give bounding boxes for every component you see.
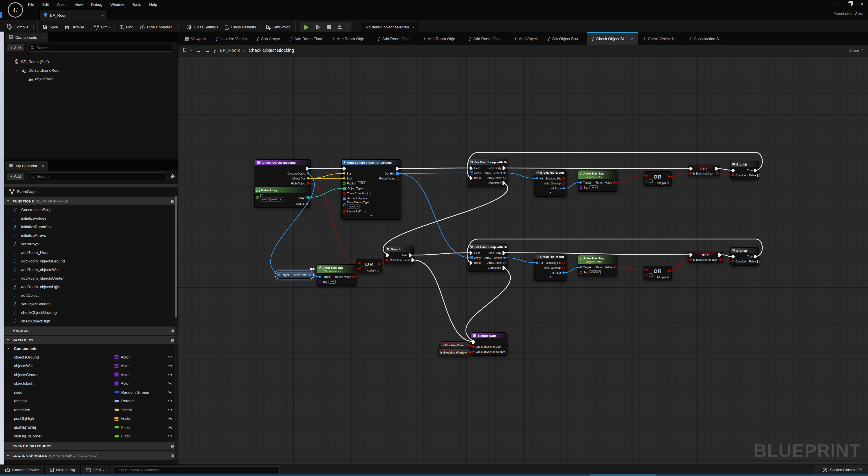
parent-class-link[interactable]: Actor	[855, 12, 864, 16]
scrollbar[interactable]	[175, 196, 177, 462]
node-set[interactable]: SETIs Blocking Door	[688, 166, 720, 176]
function-item-constructionscript[interactable]: ƒ̓ConstructionScript	[4, 205, 178, 214]
content-drawer-button[interactable]: Content Drawer	[0, 465, 44, 475]
node-m[interactable]: TargetChild Actor	[275, 271, 313, 279]
pin-childactor[interactable]	[309, 274, 311, 276]
stop-button[interactable]	[323, 22, 334, 32]
pin-completed[interactable]	[502, 181, 506, 185]
variable-row-objectswall[interactable]: objectsWallActor	[4, 361, 178, 370]
pin-break[interactable]	[470, 261, 473, 265]
frame-skip-button[interactable]	[312, 22, 323, 32]
node-is-blocking-window[interactable]: Is Blocking Window	[438, 349, 470, 356]
pin-out[interactable]	[668, 270, 670, 272]
node-break-hit-result[interactable]: ─<Break Hit ResultHitBlocking HitInitial…	[534, 254, 566, 281]
variable-row-objectscenter[interactable]: objectsCenterActor	[4, 370, 178, 379]
pin-hit[interactable]	[536, 177, 538, 179]
checkbox[interactable]	[367, 191, 371, 195]
pin-actorstoignore[interactable]	[343, 197, 346, 200]
graph-tab-sort-arrays[interactable]: ƒSort Arrays	[252, 32, 285, 44]
my-blueprint-tab-close-icon[interactable]: ×	[42, 163, 44, 168]
graph-tab-add-room-obje-[interactable]: ƒAdd Room Obje…	[418, 32, 464, 44]
menu-asset[interactable]: Asset	[54, 1, 70, 8]
play-button[interactable]	[300, 22, 312, 32]
node-actor-has-tag[interactable]: ƒActor Has TagTarget is ActorTargetRetur…	[317, 264, 356, 286]
event-dispatchers-section-header[interactable]: EVENT DISPATCHERS⊕	[4, 442, 178, 450]
pin-tag[interactable]	[319, 280, 321, 283]
menu-debug[interactable]: Debug	[88, 1, 105, 8]
components-search-input[interactable]: Search	[27, 44, 175, 52]
function-item-setobjectbounds[interactable]: ƒsetObjectBounds	[4, 299, 178, 308]
variable-row-posobjhigh[interactable]: posObjHighVector	[4, 414, 178, 423]
pin-completed[interactable]	[502, 266, 506, 269]
graph-tab-check-object-hi-[interactable]: ƒCheck Object Hi…	[639, 32, 684, 44]
pin-out[interactable]	[378, 263, 380, 265]
menu-view[interactable]: View	[71, 1, 86, 8]
node-actor-has-tag[interactable]: ƒActor Has TagTarget is ActorTargetRetur…	[578, 255, 617, 276]
pin-in1[interactable]	[645, 175, 648, 177]
output-log-button[interactable]: Output Log	[44, 465, 81, 475]
functions-section-header[interactable]: ▾FUNCTIONS(21 OVERRIDABLE)⊕	[4, 197, 178, 205]
bookmark-dropdown-icon[interactable]: ▾	[191, 49, 192, 52]
pin-varin[interactable]	[689, 172, 692, 175]
node-or[interactable]: ORAdd pin ⊙	[644, 266, 672, 280]
node-make-array[interactable]: Make Array[0]WorldDynamic▾ArrayAdd pin ⊕	[254, 187, 311, 208]
graph-tab-viewport[interactable]: Viewport	[180, 32, 211, 44]
close-button[interactable]: ×	[861, 1, 864, 7]
variable-row-roomsize[interactable]: roomSizeVector	[4, 406, 178, 414]
variables-section-header[interactable]: ▾VARIABLES⊕	[4, 336, 178, 344]
pin-start[interactable]	[343, 172, 345, 175]
pin-break[interactable]	[470, 176, 473, 180]
menu-file[interactable]: File	[25, 1, 37, 8]
menu-edit[interactable]: Edit	[39, 1, 52, 8]
pin-outhits[interactable]	[396, 172, 399, 175]
pin-in1[interactable]	[358, 262, 361, 264]
pin-tag[interactable]	[580, 186, 582, 189]
variable-row-distobjtocorner[interactable]: distObjToCornerFloat	[4, 432, 178, 441]
pin-cond[interactable]	[386, 259, 389, 261]
function-item-addobject[interactable]: ƒaddObject	[4, 291, 178, 299]
pin-rv[interactable]	[352, 275, 355, 278]
filter-gear-icon[interactable]	[170, 174, 175, 179]
pin-false[interactable]	[412, 258, 415, 262]
local-variables-section-header[interactable]: ▸LOCAL VARIABLES(CHECKOBJECTBLOCKING)⊕	[4, 451, 178, 459]
pin-arrayindex[interactable]	[503, 261, 506, 264]
pin-initialoverlap[interactable]	[562, 182, 565, 185]
variable-row-objectsground[interactable]: objectsGroundActor	[4, 353, 178, 361]
pin-varout[interactable]	[719, 259, 721, 261]
pin-arrayelement[interactable]	[503, 172, 506, 174]
node-for-each-loop-with-break[interactable]: ↻For Each Loop with BreakExecLoop BodyAr…	[468, 159, 507, 187]
debug-object-dropdown[interactable]: No debug object selected▾	[361, 22, 419, 32]
pin-rv[interactable]	[397, 177, 399, 180]
variables-components-group[interactable]: ▸Components	[4, 344, 178, 353]
pin-exec[interactable]	[470, 166, 473, 170]
pin-hit[interactable]	[536, 262, 538, 264]
function-item-initializearrays[interactable]: ƒinitializeArrays	[4, 231, 178, 239]
component-tree-item-objectroot[interactable]: CobjectRoot	[8, 75, 175, 83]
value-input[interactable]: door	[589, 185, 597, 189]
kebab-menu-icon[interactable]	[32, 25, 36, 29]
menu-tools[interactable]: Tools	[129, 1, 144, 8]
pin-true[interactable]	[754, 255, 757, 258]
pin-hitactor[interactable]	[562, 187, 565, 189]
console-command-input[interactable]: Enter Console Command	[113, 466, 280, 474]
maximize-button[interactable]	[847, 2, 851, 6]
pin-p1[interactable]	[472, 346, 474, 348]
pin-tag[interactable]	[580, 271, 582, 273]
pin-in2[interactable]	[645, 179, 648, 182]
graph-tab-construction-s-[interactable]: ƒConstruction S…	[684, 32, 728, 44]
node-is-blocking-door[interactable]: Is Blocking Door	[439, 341, 469, 349]
source-control-button[interactable]: Source Control Off	[814, 465, 868, 475]
pin-array[interactable]	[470, 256, 473, 259]
function-item-addroom_floor[interactable]: ƒaddRoom_Floor	[4, 248, 178, 257]
pin-exec[interactable]	[306, 167, 309, 170]
pin-target[interactable]	[580, 181, 582, 183]
pin-in2[interactable]	[645, 274, 648, 276]
pin-exec[interactable]	[470, 251, 473, 255]
pin-execin[interactable]	[386, 253, 390, 257]
pin-execin[interactable]	[472, 340, 475, 344]
pin-hitactor[interactable]	[562, 271, 565, 274]
function-item-addroom_objectswall[interactable]: ƒaddRoom_objectsWall	[4, 265, 178, 274]
pin-highobject[interactable]	[307, 182, 309, 184]
play-options-icon[interactable]	[345, 25, 350, 29]
function-item-sortarrays[interactable]: ƒsortArrays	[4, 239, 178, 248]
